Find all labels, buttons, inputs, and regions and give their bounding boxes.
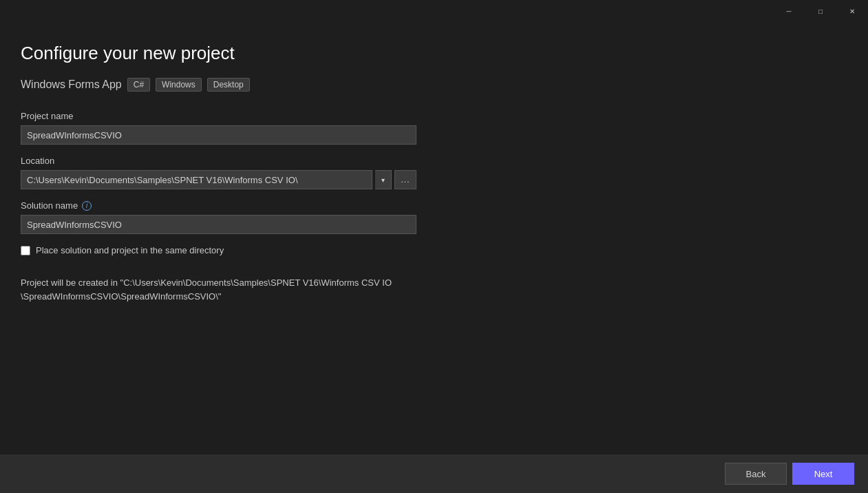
location-section: Location ▾ ...	[21, 156, 847, 189]
checkbox-row: Place solution and project in the same d…	[21, 245, 847, 255]
badge-windows: Windows	[156, 78, 202, 92]
maximize-button[interactable]: □	[805, 0, 836, 22]
close-icon: ✕	[849, 8, 855, 15]
minimize-button[interactable]: ─	[773, 0, 805, 22]
page-title: Configure your new project	[21, 43, 847, 64]
back-button[interactable]: Back	[725, 463, 787, 485]
main-content: Configure your new project Windows Forms…	[0, 22, 868, 493]
next-button[interactable]: Next	[792, 463, 854, 485]
chevron-down-icon: ▾	[381, 176, 385, 184]
app-name: Windows Forms App	[21, 78, 122, 91]
location-dropdown-button[interactable]: ▾	[375, 170, 392, 189]
same-directory-checkbox[interactable]	[21, 246, 30, 255]
bottom-bar: Back Next	[0, 454, 868, 493]
minimize-icon: ─	[786, 8, 791, 15]
solution-name-section: Solution name i	[21, 200, 847, 234]
project-name-section: Project name	[21, 111, 847, 145]
location-row: ▾ ...	[21, 170, 416, 189]
location-label: Location	[21, 156, 847, 166]
app-info-row: Windows Forms App C# Windows Desktop	[21, 78, 847, 92]
close-button[interactable]: ✕	[836, 0, 868, 22]
same-directory-label[interactable]: Place solution and project in the same d…	[36, 245, 224, 255]
title-bar: ─ □ ✕	[773, 0, 868, 22]
badge-csharp: C#	[127, 78, 150, 92]
solution-name-input[interactable]	[21, 215, 416, 234]
browse-button[interactable]: ...	[394, 170, 416, 189]
project-name-label: Project name	[21, 111, 847, 121]
solution-label-row: Solution name i	[21, 200, 847, 211]
project-path-info: Project will be created in "C:\Users\Kev…	[21, 276, 847, 303]
info-icon[interactable]: i	[82, 201, 92, 211]
maximize-icon: □	[818, 8, 823, 15]
project-name-input[interactable]	[21, 125, 416, 145]
browse-icon: ...	[401, 175, 410, 185]
badge-desktop: Desktop	[207, 78, 250, 92]
location-input[interactable]	[21, 170, 372, 189]
solution-name-label: Solution name	[21, 200, 78, 211]
